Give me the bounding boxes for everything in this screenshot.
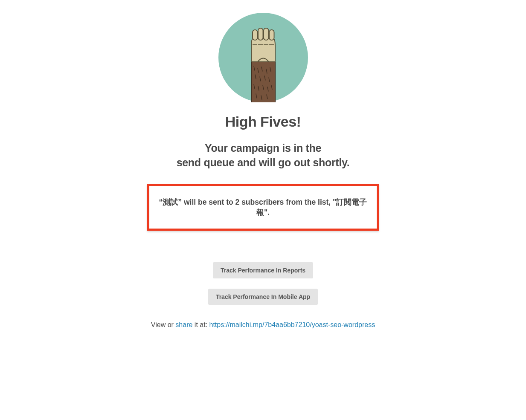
subheading-line-2: send queue and will go out shortly. <box>177 156 350 168</box>
svg-rect-1 <box>251 62 275 102</box>
action-buttons: Track Performance In Reports Track Perfo… <box>71 262 455 315</box>
footer-prefix: View or <box>151 321 176 328</box>
footer-mid: it at: <box>192 321 209 328</box>
svg-rect-20 <box>258 28 263 40</box>
track-mobile-button[interactable]: Track Performance In Mobile App <box>208 289 318 305</box>
svg-rect-22 <box>269 30 274 40</box>
svg-rect-19 <box>253 30 258 40</box>
subheading: Your campaign is in the send queue and w… <box>71 141 455 170</box>
page-title: High Fives! <box>71 113 455 130</box>
view-share-text: View or share it at: https://mailchi.mp/… <box>71 321 455 329</box>
high-five-illustration <box>218 13 308 102</box>
confirmation-container: High Fives! Your campaign is in the send… <box>71 0 455 329</box>
svg-rect-21 <box>264 28 269 40</box>
campaign-url-link[interactable]: https://mailchi.mp/7b4aa6bb7210/yoast-se… <box>209 321 375 328</box>
share-link[interactable]: share <box>175 321 192 328</box>
campaign-details-box: “測試” will be sent to 2 subscribers from … <box>147 184 379 231</box>
campaign-details-text: “測試” will be sent to 2 subscribers from … <box>158 197 368 217</box>
subheading-line-1: Your campaign is in the <box>205 142 321 154</box>
track-reports-button[interactable]: Track Performance In Reports <box>213 262 313 278</box>
